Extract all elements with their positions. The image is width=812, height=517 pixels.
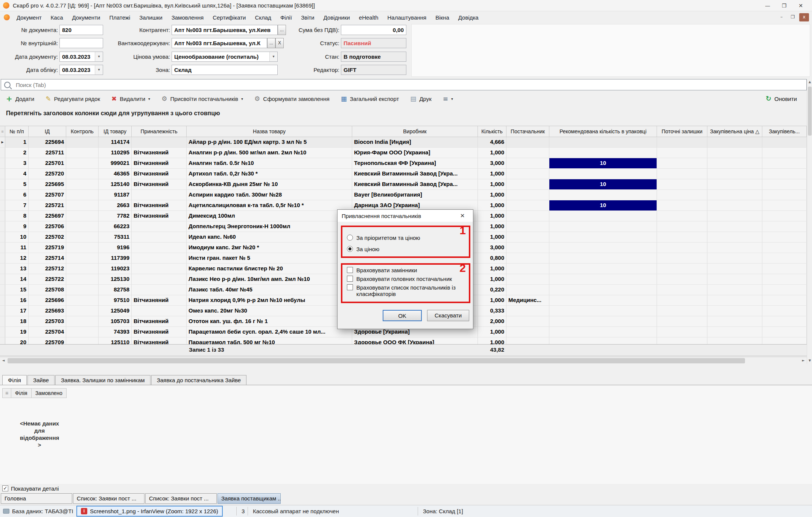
chevron-down-icon[interactable]: ▾ <box>241 97 243 101</box>
scroll-down-icon[interactable]: ▼ <box>807 358 812 364</box>
toolbar-button[interactable]: ⚙Присвоїти постачальників▾ <box>161 96 243 102</box>
table-row[interactable]: 20225709125110ВітчизнянийПарацетамол таб… <box>0 337 807 344</box>
detail-tab[interactable]: Заявка. Залишки по замінникам <box>55 375 151 385</box>
document-tab[interactable]: Список: Заявки пост ... <box>73 493 144 504</box>
document-tab[interactable]: Список: Заявки пост ... <box>145 493 217 504</box>
table-row[interactable]: 5225695125140ВітчизнянийАскорбинка-КВ ды… <box>0 179 807 190</box>
cell-stock <box>657 264 707 274</box>
menu-item[interactable]: Залишки <box>135 14 167 21</box>
menu-item[interactable]: Звіти <box>297 14 319 21</box>
menu-item[interactable]: Налаштування <box>383 14 431 21</box>
column-header[interactable]: ІД <box>29 126 66 137</box>
mdi-close-icon[interactable]: x <box>799 13 809 21</box>
toolbar-button[interactable]: ✎Редагувати рядок <box>46 96 100 102</box>
toolbar-button[interactable]: ▤Друк <box>410 96 431 102</box>
doc-number-input[interactable]: 820 <box>59 25 103 35</box>
doc-date-input[interactable]: 08.03.2023▾ <box>59 52 103 62</box>
menu-item[interactable]: Каса <box>46 14 68 21</box>
column-header[interactable]: Контроль <box>66 126 99 137</box>
column-header[interactable]: № п/п <box>5 126 29 137</box>
toolbar-button[interactable]: ✖Видалити▾ <box>111 96 150 102</box>
dialog-close-icon[interactable]: ✕ <box>456 212 469 219</box>
toolbar-button[interactable]: ⚙Сформувати замовлення <box>254 96 330 102</box>
radio-priority-and-price[interactable]: За пріоритетом та ціною <box>347 235 420 241</box>
close-icon[interactable]: ✕ <box>792 3 809 9</box>
column-header[interactable]: Кількість <box>478 126 506 137</box>
account-date-input[interactable]: 08.03.2023▾ <box>59 65 103 75</box>
menu-item[interactable]: Вікна <box>431 14 454 21</box>
menu-item[interactable]: Довідка <box>454 14 483 21</box>
table-row[interactable]: 622570791187Аспирин кардио табл. 300мг №… <box>0 190 807 200</box>
detail-column-ordered[interactable]: Замовлено <box>32 388 67 398</box>
mdi-restore-icon[interactable]: ❐ <box>788 13 798 21</box>
column-header[interactable]: Закупівель... <box>762 126 807 137</box>
ok-button[interactable]: OK <box>383 310 422 321</box>
hscroll-thumb[interactable] <box>8 358 745 363</box>
menu-item[interactable]: Довідники <box>319 14 354 21</box>
refresh-button[interactable]: ↻ Оновити <box>766 93 797 105</box>
scroll-up-icon[interactable]: ▲ <box>807 79 812 85</box>
detail-tab[interactable]: Заявка до постачальника Зайве <box>151 375 247 385</box>
chevron-down-icon[interactable]: ▾ <box>148 97 150 101</box>
checkbox-supplier-list[interactable]: Враховувати список постачальників із кла… <box>347 284 466 297</box>
document-tab[interactable]: Головна <box>1 493 72 504</box>
menu-item[interactable]: Платежі <box>105 14 135 21</box>
document-tab[interactable]: Заявка поставщикам .. <box>217 493 281 504</box>
detail-tab[interactable]: Філія <box>2 375 27 385</box>
checkbox-main-suppliers[interactable]: Враховувати головних постачальник <box>347 276 452 282</box>
column-header[interactable]: Постачальник <box>506 126 549 137</box>
consignee-lookup-button[interactable]: ... <box>267 38 275 48</box>
table-row[interactable]: ▸1225694114174Айлар р-р д/ин. 100 ЕД/мл … <box>0 137 807 148</box>
app-menu-icon <box>4 14 10 20</box>
column-header[interactable]: Виробник <box>352 126 478 137</box>
cell-np: 8 <box>5 211 29 221</box>
column-header[interactable]: Рекомендована кількість в упаковці <box>549 126 657 137</box>
menu-item[interactable]: Замовлення <box>167 14 208 21</box>
scroll-right-icon[interactable]: ► <box>800 357 807 364</box>
column-header[interactable]: Закупівельна ціна △ <box>707 126 762 137</box>
toolbar-button[interactable]: ≡▾ <box>443 96 453 102</box>
menu-item[interactable]: Сертифікати <box>208 14 250 21</box>
consignee-clear-button[interactable]: X <box>275 38 284 48</box>
checkbox-substitutes[interactable]: Враховувати замінники <box>347 267 417 273</box>
menu-item[interactable]: Філії <box>276 14 297 21</box>
minimize-icon[interactable]: — <box>759 3 776 9</box>
chevron-down-icon[interactable]: ▾ <box>269 52 277 61</box>
chevron-down-icon[interactable]: ▾ <box>451 97 453 101</box>
row-indicator-cell <box>0 274 5 284</box>
show-details-toggle[interactable]: ✓ Показувати деталі <box>2 485 59 492</box>
column-header[interactable]: Поточні залишки <box>657 126 707 137</box>
table-row[interactable]: 3225701999021ВітчизнянийАналгин табл. 0.… <box>0 158 807 169</box>
vscroll-thumb[interactable] <box>808 87 812 136</box>
toolbar-button[interactable]: ▦Загальний експорт <box>341 96 399 102</box>
column-header[interactable]: Приналежність <box>132 126 187 137</box>
menu-item[interactable]: Документи <box>67 14 105 21</box>
horizontal-scrollbar[interactable]: ◄ ► <box>0 357 807 364</box>
irfanview-taskbar-item[interactable]: i Screenshot_1.png - IrfanView (Zoom: 19… <box>76 506 223 517</box>
row-indicator-cell <box>0 337 5 344</box>
column-header[interactable]: Назва товару <box>187 126 352 137</box>
menu-item[interactable]: Документ <box>12 14 46 21</box>
mdi-minimize-icon[interactable]: – <box>777 13 786 21</box>
vertical-scrollbar[interactable]: ▲ ▼ <box>807 79 812 364</box>
price-condition-input[interactable]: Ценообразование (госпиталь)▾ <box>172 52 278 62</box>
scroll-left-icon[interactable]: ◄ <box>0 357 7 364</box>
restore-icon[interactable]: ❐ <box>776 3 792 9</box>
menu-item[interactable]: Склад <box>250 14 275 21</box>
detail-column-filia[interactable]: Філія <box>11 388 32 398</box>
contragent-lookup-button[interactable]: ... <box>278 25 286 35</box>
menu-item[interactable]: eHealth <box>354 14 383 21</box>
internal-number-input[interactable] <box>59 38 103 48</box>
table-row[interactable]: 2225711110295ВітчизнянийАналгин р-р д/ин… <box>0 148 807 158</box>
consignee-input[interactable]: Апт №003 пгт.Барышевка, ул.К <box>172 38 267 48</box>
checkbox-checked-icon[interactable]: ✓ <box>2 485 8 491</box>
search-input[interactable] <box>15 81 806 88</box>
detail-tab[interactable]: Зайве <box>27 375 55 385</box>
zone-input[interactable]: Склад <box>172 65 278 75</box>
toolbar-button[interactable]: +Додати <box>6 95 34 102</box>
column-header[interactable]: ІД товару <box>99 126 132 137</box>
radio-by-price[interactable]: За ціною <box>347 246 379 252</box>
cancel-button[interactable]: Скасувати <box>427 310 469 321</box>
contragent-input[interactable]: Апт №003 пгт.Барышевка, ул.Киев <box>172 25 278 35</box>
table-row[interactable]: 422572046365ВітчизнянийАртихол табл. 0,2… <box>0 169 807 179</box>
